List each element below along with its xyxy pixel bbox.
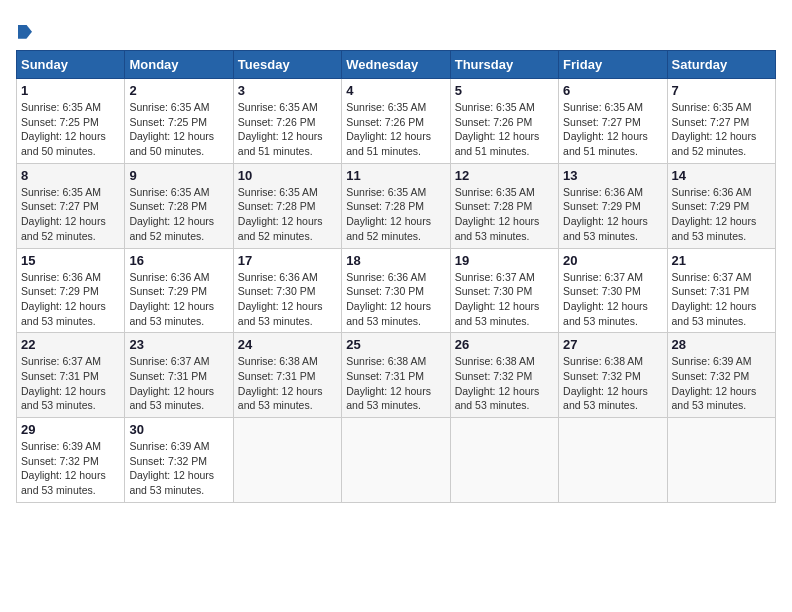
week-row-2: 8 Sunrise: 6:35 AMSunset: 7:27 PMDayligh…: [17, 163, 776, 248]
day-detail: Sunrise: 6:37 AMSunset: 7:31 PMDaylight:…: [129, 355, 214, 411]
day-cell-21: 21 Sunrise: 6:37 AMSunset: 7:31 PMDaylig…: [667, 248, 775, 333]
day-cell-26: 26 Sunrise: 6:38 AMSunset: 7:32 PMDaylig…: [450, 333, 558, 418]
day-number: 6: [563, 83, 662, 98]
day-number: 11: [346, 168, 445, 183]
day-cell-29: 29 Sunrise: 6:39 AMSunset: 7:32 PMDaylig…: [17, 418, 125, 503]
day-number: 17: [238, 253, 337, 268]
day-detail: Sunrise: 6:36 AMSunset: 7:30 PMDaylight:…: [346, 271, 431, 327]
calendar-table: SundayMondayTuesdayWednesdayThursdayFrid…: [16, 50, 776, 503]
day-number: 4: [346, 83, 445, 98]
day-cell-17: 17 Sunrise: 6:36 AMSunset: 7:30 PMDaylig…: [233, 248, 341, 333]
day-detail: Sunrise: 6:35 AMSunset: 7:28 PMDaylight:…: [129, 186, 214, 242]
day-cell-25: 25 Sunrise: 6:38 AMSunset: 7:31 PMDaylig…: [342, 333, 450, 418]
day-cell-12: 12 Sunrise: 6:35 AMSunset: 7:28 PMDaylig…: [450, 163, 558, 248]
day-cell-13: 13 Sunrise: 6:36 AMSunset: 7:29 PMDaylig…: [559, 163, 667, 248]
day-cell-3: 3 Sunrise: 6:35 AMSunset: 7:26 PMDayligh…: [233, 79, 341, 164]
day-cell-14: 14 Sunrise: 6:36 AMSunset: 7:29 PMDaylig…: [667, 163, 775, 248]
day-detail: Sunrise: 6:37 AMSunset: 7:30 PMDaylight:…: [455, 271, 540, 327]
day-number: 20: [563, 253, 662, 268]
day-detail: Sunrise: 6:35 AMSunset: 7:27 PMDaylight:…: [21, 186, 106, 242]
day-detail: Sunrise: 6:37 AMSunset: 7:30 PMDaylight:…: [563, 271, 648, 327]
day-detail: Sunrise: 6:36 AMSunset: 7:29 PMDaylight:…: [563, 186, 648, 242]
day-detail: Sunrise: 6:36 AMSunset: 7:29 PMDaylight:…: [672, 186, 757, 242]
day-detail: Sunrise: 6:38 AMSunset: 7:32 PMDaylight:…: [455, 355, 540, 411]
day-number: 2: [129, 83, 228, 98]
day-number: 3: [238, 83, 337, 98]
day-detail: Sunrise: 6:36 AMSunset: 7:29 PMDaylight:…: [129, 271, 214, 327]
day-number: 5: [455, 83, 554, 98]
empty-cell: [342, 418, 450, 503]
day-number: 22: [21, 337, 120, 352]
day-cell-7: 7 Sunrise: 6:35 AMSunset: 7:27 PMDayligh…: [667, 79, 775, 164]
day-cell-27: 27 Sunrise: 6:38 AMSunset: 7:32 PMDaylig…: [559, 333, 667, 418]
day-cell-1: 1 Sunrise: 6:35 AMSunset: 7:25 PMDayligh…: [17, 79, 125, 164]
week-row-5: 29 Sunrise: 6:39 AMSunset: 7:32 PMDaylig…: [17, 418, 776, 503]
day-detail: Sunrise: 6:35 AMSunset: 7:27 PMDaylight:…: [672, 101, 757, 157]
day-detail: Sunrise: 6:38 AMSunset: 7:31 PMDaylight:…: [238, 355, 323, 411]
day-cell-16: 16 Sunrise: 6:36 AMSunset: 7:29 PMDaylig…: [125, 248, 233, 333]
day-detail: Sunrise: 6:38 AMSunset: 7:32 PMDaylight:…: [563, 355, 648, 411]
week-row-4: 22 Sunrise: 6:37 AMSunset: 7:31 PMDaylig…: [17, 333, 776, 418]
weekday-header-row: SundayMondayTuesdayWednesdayThursdayFrid…: [17, 51, 776, 79]
day-number: 24: [238, 337, 337, 352]
day-number: 7: [672, 83, 771, 98]
day-number: 10: [238, 168, 337, 183]
weekday-header-saturday: Saturday: [667, 51, 775, 79]
day-number: 19: [455, 253, 554, 268]
day-cell-4: 4 Sunrise: 6:35 AMSunset: 7:26 PMDayligh…: [342, 79, 450, 164]
day-cell-15: 15 Sunrise: 6:36 AMSunset: 7:29 PMDaylig…: [17, 248, 125, 333]
day-detail: Sunrise: 6:36 AMSunset: 7:30 PMDaylight:…: [238, 271, 323, 327]
day-cell-24: 24 Sunrise: 6:38 AMSunset: 7:31 PMDaylig…: [233, 333, 341, 418]
day-cell-28: 28 Sunrise: 6:39 AMSunset: 7:32 PMDaylig…: [667, 333, 775, 418]
week-row-3: 15 Sunrise: 6:36 AMSunset: 7:29 PMDaylig…: [17, 248, 776, 333]
weekday-header-tuesday: Tuesday: [233, 51, 341, 79]
logo-icon: [18, 25, 32, 39]
day-number: 26: [455, 337, 554, 352]
weekday-header-thursday: Thursday: [450, 51, 558, 79]
day-cell-5: 5 Sunrise: 6:35 AMSunset: 7:26 PMDayligh…: [450, 79, 558, 164]
day-detail: Sunrise: 6:35 AMSunset: 7:25 PMDaylight:…: [21, 101, 106, 157]
day-number: 14: [672, 168, 771, 183]
day-cell-20: 20 Sunrise: 6:37 AMSunset: 7:30 PMDaylig…: [559, 248, 667, 333]
weekday-header-friday: Friday: [559, 51, 667, 79]
empty-cell: [450, 418, 558, 503]
day-detail: Sunrise: 6:35 AMSunset: 7:26 PMDaylight:…: [346, 101, 431, 157]
day-number: 15: [21, 253, 120, 268]
day-cell-23: 23 Sunrise: 6:37 AMSunset: 7:31 PMDaylig…: [125, 333, 233, 418]
day-detail: Sunrise: 6:35 AMSunset: 7:25 PMDaylight:…: [129, 101, 214, 157]
day-number: 8: [21, 168, 120, 183]
day-number: 30: [129, 422, 228, 437]
day-number: 25: [346, 337, 445, 352]
day-number: 27: [563, 337, 662, 352]
day-detail: Sunrise: 6:37 AMSunset: 7:31 PMDaylight:…: [21, 355, 106, 411]
day-cell-9: 9 Sunrise: 6:35 AMSunset: 7:28 PMDayligh…: [125, 163, 233, 248]
day-detail: Sunrise: 6:35 AMSunset: 7:28 PMDaylight:…: [455, 186, 540, 242]
day-detail: Sunrise: 6:35 AMSunset: 7:26 PMDaylight:…: [238, 101, 323, 157]
day-detail: Sunrise: 6:39 AMSunset: 7:32 PMDaylight:…: [129, 440, 214, 496]
day-detail: Sunrise: 6:35 AMSunset: 7:28 PMDaylight:…: [238, 186, 323, 242]
day-number: 16: [129, 253, 228, 268]
day-detail: Sunrise: 6:35 AMSunset: 7:27 PMDaylight:…: [563, 101, 648, 157]
day-detail: Sunrise: 6:35 AMSunset: 7:28 PMDaylight:…: [346, 186, 431, 242]
day-cell-6: 6 Sunrise: 6:35 AMSunset: 7:27 PMDayligh…: [559, 79, 667, 164]
day-detail: Sunrise: 6:38 AMSunset: 7:31 PMDaylight:…: [346, 355, 431, 411]
day-detail: Sunrise: 6:35 AMSunset: 7:26 PMDaylight:…: [455, 101, 540, 157]
empty-cell: [233, 418, 341, 503]
week-row-1: 1 Sunrise: 6:35 AMSunset: 7:25 PMDayligh…: [17, 79, 776, 164]
weekday-header-monday: Monday: [125, 51, 233, 79]
day-number: 23: [129, 337, 228, 352]
day-cell-30: 30 Sunrise: 6:39 AMSunset: 7:32 PMDaylig…: [125, 418, 233, 503]
day-cell-11: 11 Sunrise: 6:35 AMSunset: 7:28 PMDaylig…: [342, 163, 450, 248]
day-number: 13: [563, 168, 662, 183]
day-cell-8: 8 Sunrise: 6:35 AMSunset: 7:27 PMDayligh…: [17, 163, 125, 248]
weekday-header-wednesday: Wednesday: [342, 51, 450, 79]
day-number: 9: [129, 168, 228, 183]
day-number: 28: [672, 337, 771, 352]
day-cell-22: 22 Sunrise: 6:37 AMSunset: 7:31 PMDaylig…: [17, 333, 125, 418]
day-number: 29: [21, 422, 120, 437]
day-detail: Sunrise: 6:36 AMSunset: 7:29 PMDaylight:…: [21, 271, 106, 327]
day-number: 18: [346, 253, 445, 268]
day-cell-2: 2 Sunrise: 6:35 AMSunset: 7:25 PMDayligh…: [125, 79, 233, 164]
header: [16, 16, 776, 42]
empty-cell: [667, 418, 775, 503]
